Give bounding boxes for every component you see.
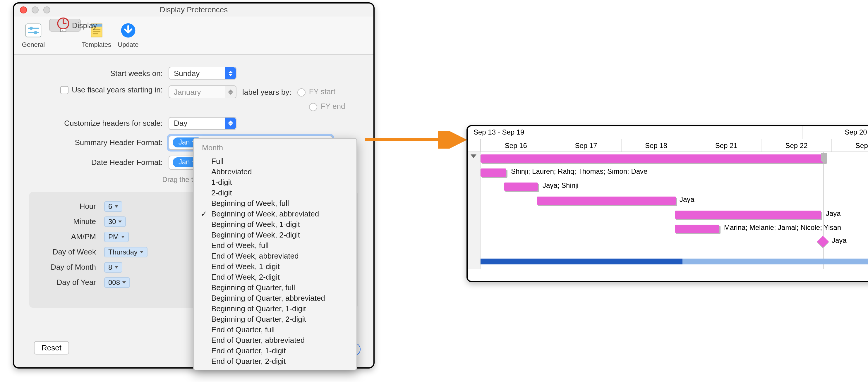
titlebar: Display Preferences [14, 3, 373, 17]
menu-item[interactable]: End of Week, full [194, 240, 356, 250]
date-header-label: Date Header Format: [28, 158, 168, 167]
fiscal-month-select[interactable]: January [168, 86, 237, 98]
chevron-down-icon [115, 266, 118, 268]
menu-header: Month [194, 141, 356, 156]
tab-label: General [22, 41, 45, 48]
range-right: Sep 20 - Sep 26 [802, 126, 868, 139]
menu-item[interactable]: Beginning of Week, full [194, 198, 356, 208]
menu-item[interactable]: End of Week, 1-digit [194, 261, 356, 272]
scale-label: Customize headers for scale: [28, 119, 168, 128]
menu-item[interactable]: Beginning of Quarter, 2-digit [194, 314, 356, 324]
task-label: Marina; Melanie; Jamal; Nicole; Yisan [724, 223, 841, 232]
task-bar[interactable] [675, 211, 821, 219]
task-label: Jaya [826, 210, 841, 218]
tab-update[interactable]: Update [113, 19, 144, 55]
disclosure-icon[interactable] [471, 154, 476, 158]
start-weeks-select[interactable]: Sunday [168, 67, 237, 79]
month-format-menu: Month FullAbbreviated1-digit2-digitBegin… [193, 138, 357, 370]
group-bar[interactable] [480, 154, 826, 163]
chip-text: Thursday [108, 248, 137, 256]
fy-start-radio[interactable] [297, 88, 306, 97]
svg-rect-13 [93, 31, 100, 32]
updown-icon [225, 86, 236, 98]
start-weeks-label: Start weeks on: [28, 69, 168, 77]
gantt-body: Shinji; Lauren; Rafiq; Thomas; Simon; Da… [468, 152, 868, 269]
minimize-icon[interactable] [32, 6, 39, 13]
dow-label: Day of Week [40, 248, 104, 256]
fiscal-label: Use fiscal years starting in: [72, 86, 163, 94]
chip-text: 8 [108, 263, 112, 271]
zoom-icon[interactable] [43, 6, 50, 13]
day-col: Sep 23 [831, 139, 868, 152]
menu-item[interactable]: Beginning of Quarter, abbreviated [194, 292, 356, 303]
progress-fill [480, 259, 682, 264]
day-col: Sep 21 [691, 139, 761, 152]
chevron-down-icon [140, 251, 144, 253]
menu-item[interactable]: End of Quarter, abbreviated [194, 335, 356, 345]
scale-select[interactable]: Day [168, 117, 237, 130]
today-line [823, 152, 824, 269]
reset-button[interactable]: Reset [34, 341, 69, 354]
menu-item[interactable]: End of Quarter, 2-digit [194, 356, 356, 366]
task-bar[interactable] [537, 196, 676, 205]
gantt-date-header: Sep 16 Sep 17 Sep 18 Sep 21 Sep 22 Sep 2… [468, 139, 868, 152]
minute-chip[interactable]: 30 [104, 216, 126, 227]
sliders-icon [24, 21, 43, 40]
svg-rect-0 [26, 24, 41, 37]
tab-display[interactable]: 17 Display [49, 19, 81, 32]
menu-item[interactable]: End of Week, abbreviated [194, 250, 356, 261]
hour-chip[interactable]: 6 [104, 201, 122, 212]
svg-point-2 [30, 27, 33, 30]
close-icon[interactable] [20, 6, 27, 13]
traffic-lights [20, 6, 50, 13]
menu-item[interactable]: End of Quarter, full [194, 324, 356, 335]
chevron-down-icon [115, 205, 118, 208]
minute-label: Minute [40, 217, 104, 226]
task-label: Shinji; Lauren; Rafiq; Thomas; Simon; Da… [511, 167, 647, 176]
task-label: Jaya [832, 236, 847, 245]
dom-chip[interactable]: 8 [104, 262, 122, 272]
task-bar[interactable] [480, 168, 506, 177]
token-text: Jan [179, 138, 190, 146]
menu-item[interactable]: Abbreviated [194, 166, 356, 177]
chevron-down-icon [121, 235, 125, 238]
window-title: Display Preferences [14, 3, 373, 17]
task-label: Jaya; Shinji [542, 181, 579, 190]
task-label: Jaya [680, 195, 694, 203]
chip-text: 008 [108, 278, 120, 286]
fy-end-label: FY end [321, 102, 345, 110]
menu-item[interactable]: Beginning of Week, 2-digit [194, 229, 356, 240]
menu-item[interactable]: End of Quarter, 1-digit [194, 345, 356, 356]
gantt-preview: Sep 13 - Sep 19 Sep 20 - Sep 26 Sep 16 S… [466, 125, 868, 282]
task-bar[interactable] [504, 183, 538, 191]
display-icon: 17 [55, 15, 72, 34]
ampm-chip[interactable]: PM [104, 231, 129, 242]
updown-icon [225, 67, 236, 79]
arrow-icon [363, 131, 468, 149]
fy-start-label: FY start [309, 87, 336, 96]
doy-label: Day of Year [40, 278, 104, 287]
menu-item[interactable]: Full [194, 156, 356, 166]
task-bar[interactable] [675, 225, 719, 233]
menu-item[interactable]: Beginning of Quarter, 1-digit [194, 303, 356, 314]
chip-text: 30 [108, 217, 116, 225]
menu-item[interactable]: End of Week, 2-digit [194, 272, 356, 282]
gantt-gutter [468, 152, 480, 269]
menu-item[interactable]: Beginning of Quarter, full [194, 282, 356, 292]
fy-end-radio[interactable] [309, 103, 317, 111]
fiscal-checkbox[interactable] [60, 86, 68, 94]
menu-item[interactable]: 2-digit [194, 187, 356, 198]
dow-chip[interactable]: Thursday [104, 247, 148, 257]
update-icon [119, 21, 137, 40]
doy-chip[interactable]: 008 [104, 277, 130, 288]
chip-text: PM [108, 232, 119, 241]
progress-bar [480, 259, 868, 264]
day-col: Sep 17 [551, 139, 621, 152]
gantt-summary-header: Sep 13 - Sep 19 Sep 20 - Sep 26 [468, 126, 868, 139]
menu-item[interactable]: Beginning of Week, abbreviated [194, 208, 356, 219]
milestone[interactable] [817, 236, 829, 248]
chevron-down-icon [122, 281, 126, 283]
menu-item[interactable]: 1-digit [194, 177, 356, 187]
tab-general[interactable]: General [18, 19, 49, 55]
menu-item[interactable]: Beginning of Week, 1-digit [194, 219, 356, 229]
